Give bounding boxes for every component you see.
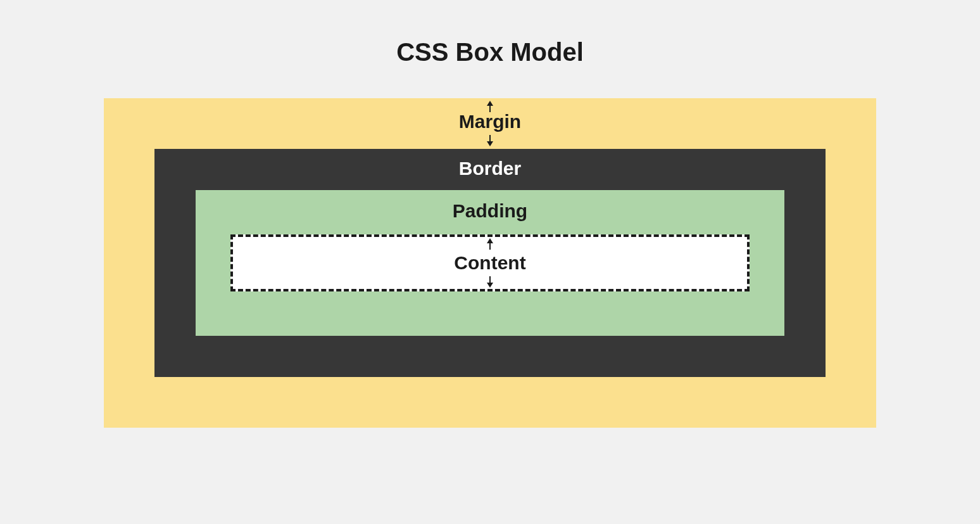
border-layer: Border Padding Content (154, 149, 826, 377)
margin-layer: Margin Border Padding Content (104, 98, 876, 428)
padding-layer: Padding Content (196, 190, 784, 336)
box-model-diagram: Margin Border Padding Content (104, 98, 876, 428)
content-label: Content (454, 252, 525, 274)
border-label: Border (459, 158, 521, 179)
arrow-down-icon (487, 135, 493, 146)
content-layer: Content (230, 234, 750, 291)
arrow-down-icon (487, 276, 493, 288)
padding-label: Padding (453, 200, 527, 222)
diagram-title: CSS Box Model (396, 38, 584, 67)
arrow-up-icon (487, 238, 493, 250)
margin-label: Margin (459, 111, 521, 132)
